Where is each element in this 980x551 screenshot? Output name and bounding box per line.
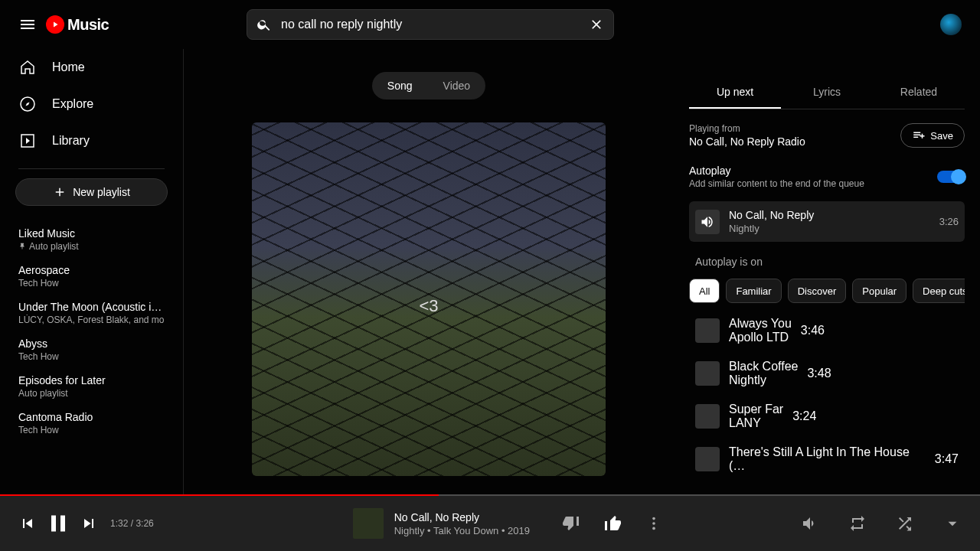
- playing-from-name[interactable]: No Call, No Reply Radio: [689, 135, 805, 148]
- queue-thumb: [695, 404, 720, 429]
- now-title: No Call, No Reply: [729, 209, 930, 221]
- speaker-icon: [700, 214, 715, 230]
- queue-row[interactable]: Always YouApollo LTD3:46: [689, 309, 965, 352]
- now-playing-thumb: [695, 210, 720, 234]
- thumb-down-icon: [562, 514, 580, 533]
- now-playing-row[interactable]: No Call, No Reply Nightly 3:26: [689, 201, 965, 242]
- hamburger-menu[interactable]: [12, 9, 43, 40]
- next-button[interactable]: [74, 508, 104, 539]
- menu-icon: [18, 15, 37, 34]
- chip-familiar[interactable]: Familiar: [726, 279, 781, 303]
- library-icon: [18, 132, 37, 150]
- dislike-button[interactable]: [556, 508, 586, 539]
- svg-point-2: [652, 517, 655, 520]
- nav-explore-label: Explore: [52, 97, 93, 111]
- time-display: 1:32 / 3:26: [110, 518, 154, 529]
- avatar[interactable]: [940, 14, 962, 35]
- more-vert-icon: [645, 515, 662, 532]
- tab-upnext[interactable]: Up next: [689, 77, 781, 109]
- toggle-song[interactable]: Song: [372, 72, 428, 99]
- play-pause-button[interactable]: [43, 508, 74, 539]
- queue-row[interactable]: Black CoffeeNightly3:48: [689, 352, 965, 395]
- nav-home[interactable]: Home: [0, 49, 183, 86]
- skip-previous-icon: [18, 514, 37, 533]
- playlist-item[interactable]: AbyssTech How: [0, 331, 183, 368]
- playlist-item[interactable]: Liked Music Auto playlist: [0, 221, 183, 258]
- player-title[interactable]: No Call, No Reply: [394, 511, 530, 523]
- search-box[interactable]: [247, 9, 614, 40]
- previous-button[interactable]: [12, 508, 43, 539]
- playlist-add-icon: [912, 129, 926, 142]
- search-icon: [256, 17, 272, 32]
- expand-button[interactable]: [937, 508, 968, 539]
- playing-from-label: Playing from: [689, 123, 805, 134]
- more-button[interactable]: [639, 508, 669, 539]
- toggle-video[interactable]: Video: [428, 72, 486, 99]
- tab-lyrics[interactable]: Lyrics: [781, 77, 873, 109]
- center-pane: Song Video: [184, 49, 674, 496]
- plus-icon: [53, 185, 67, 199]
- queue-row[interactable]: Super FarLANY3:24: [689, 395, 965, 438]
- divider: [18, 168, 165, 169]
- playlist-item[interactable]: Episodes for LaterAuto playlist: [0, 368, 183, 405]
- search-input[interactable]: [281, 18, 580, 31]
- repeat-icon: [848, 514, 867, 533]
- skip-next-icon: [80, 514, 98, 533]
- clear-search-icon[interactable]: [589, 17, 604, 32]
- chip-popular[interactable]: Popular: [852, 279, 906, 303]
- queue-thumb: [695, 447, 720, 471]
- volume-button[interactable]: [795, 508, 825, 539]
- autoplay-on-label: Autoplay is on: [695, 256, 959, 268]
- shuffle-icon: [896, 514, 914, 533]
- chip-discover[interactable]: Discover: [788, 279, 847, 303]
- save-button[interactable]: Save: [900, 123, 965, 148]
- queue-thumb: [695, 318, 720, 343]
- nav-library[interactable]: Library: [0, 122, 183, 159]
- queue-row[interactable]: There's Still A Light In The House (…3:4…: [689, 438, 965, 481]
- save-label: Save: [930, 130, 953, 142]
- queue-thumb: [695, 361, 720, 386]
- sidebar: Home Explore Library New playlist Liked …: [0, 0, 184, 496]
- autoplay-sub: Add similar content to the end of the qu…: [689, 178, 864, 189]
- filter-chips: AllFamiliarDiscoverPopularDeep cuts: [689, 279, 965, 309]
- thumb-up-icon: [603, 514, 622, 533]
- repeat-button[interactable]: [842, 508, 873, 539]
- player-meta[interactable]: Nightly • Talk You Down • 2019: [394, 525, 530, 536]
- nav-library-label: Library: [52, 134, 90, 148]
- playlist-item[interactable]: Cantoma RadioTech How: [0, 405, 183, 442]
- header: Music: [0, 0, 980, 49]
- home-icon: [18, 58, 37, 77]
- logo[interactable]: Music: [46, 15, 109, 34]
- like-button[interactable]: [597, 508, 628, 539]
- nav-explore[interactable]: Explore: [0, 86, 183, 122]
- autoplay-title: Autoplay: [689, 165, 864, 177]
- chip-all[interactable]: All: [689, 279, 720, 303]
- player-thumb[interactable]: [353, 508, 384, 539]
- now-artist: Nightly: [729, 223, 930, 234]
- now-duration: 3:26: [939, 216, 959, 227]
- queue-panel: Up next Lyrics Related Playing from No C…: [674, 49, 980, 496]
- nav-home-label: Home: [52, 60, 85, 74]
- player-bar: 1:32 / 3:26 No Call, No Reply Nightly • …: [0, 496, 980, 551]
- new-playlist-button[interactable]: New playlist: [15, 178, 168, 206]
- chip-deep cuts[interactable]: Deep cuts: [913, 279, 965, 303]
- tab-related[interactable]: Related: [873, 77, 965, 109]
- logo-text: Music: [67, 16, 109, 34]
- song-video-toggle: Song Video: [372, 72, 485, 99]
- album-art[interactable]: [252, 122, 606, 476]
- explore-icon: [18, 95, 37, 113]
- volume-icon: [801, 514, 819, 533]
- progress-bar[interactable]: [0, 494, 980, 496]
- logo-play-icon: [46, 15, 64, 34]
- svg-point-4: [652, 527, 655, 530]
- svg-point-3: [652, 522, 655, 525]
- chevron-down-icon: [942, 514, 962, 533]
- new-playlist-label: New playlist: [73, 186, 130, 198]
- pause-icon: [44, 510, 72, 537]
- playlist-item[interactable]: Under The Moon (Acoustic i…LÙCY, OSKA, F…: [0, 295, 183, 331]
- shuffle-button[interactable]: [890, 508, 920, 539]
- playlist-item[interactable]: AerospaceTech How: [0, 258, 183, 295]
- autoplay-toggle[interactable]: [937, 171, 965, 183]
